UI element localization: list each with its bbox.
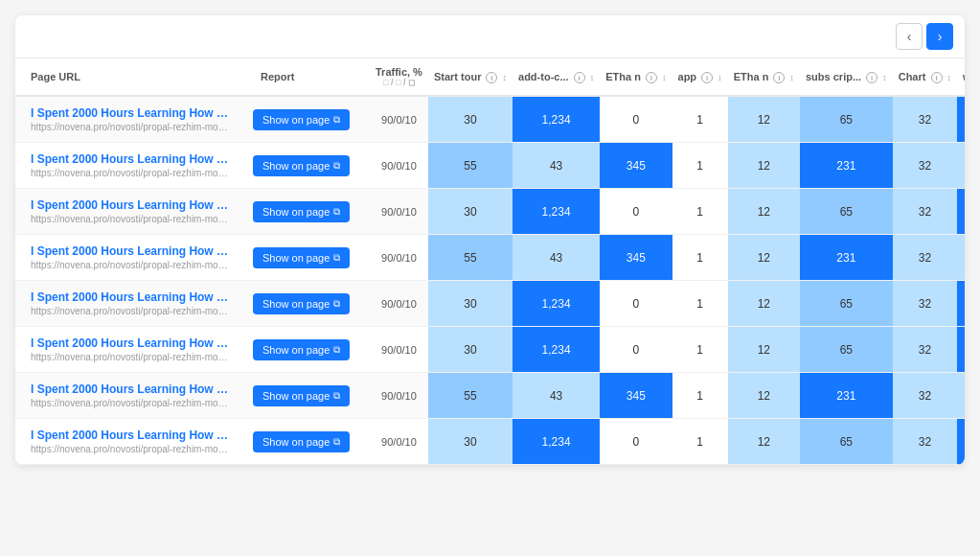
cell-data-5: 231 [800, 143, 893, 189]
cell-data-4: 12 [728, 189, 800, 235]
info-icon-add-to-c: i [574, 72, 585, 83]
url-title[interactable]: I Spent 2000 Hours Learning How To Lea..… [31, 290, 230, 304]
url-title[interactable]: I Spent 2000 Hours Learning How To Lea..… [31, 152, 230, 166]
cell-report: Show on page ⧉ [245, 373, 370, 419]
cell-data-0: 30 [428, 419, 513, 465]
col-header-subs-crip: subs crip... i ↕ [800, 58, 893, 96]
col-header-traffic: Traffic, % □ / □ / ◻ [370, 58, 428, 96]
show-on-page-button[interactable]: Show on page ⧉ [253, 109, 350, 130]
cell-data-2: 0 [600, 281, 672, 327]
next-button[interactable]: › [926, 23, 953, 50]
external-link-icon: ⧉ [333, 390, 340, 402]
show-on-page-button[interactable]: Show on page ⧉ [253, 431, 350, 452]
col-label-app: app [678, 71, 697, 82]
url-title[interactable]: I Spent 2000 Hours Learning How To Lea..… [31, 106, 230, 120]
cell-data-0: 55 [428, 235, 513, 281]
url-sub: https://novena.pro/novosti/propal-rezhim… [31, 306, 230, 316]
cell-data-7: 12 [957, 143, 965, 189]
cell-data-6: 32 [893, 419, 957, 465]
cell-data-3: 1 [672, 143, 728, 189]
cell-data-2: 0 [600, 327, 672, 373]
info-icon-start-tour: i [486, 72, 497, 83]
cell-data-4: 12 [728, 419, 800, 465]
cell-data-6: 32 [893, 373, 957, 419]
url-sub: https://novena.pro/novosti/propal-rezhim… [31, 214, 230, 224]
cell-data-3: 1 [672, 281, 728, 327]
nav-arrows: ‹ › [15, 15, 965, 58]
sort-icon-app[interactable]: ↕ [718, 73, 722, 82]
cell-data-2: 0 [600, 419, 672, 465]
show-on-page-button[interactable]: Show on page ⧉ [253, 247, 350, 268]
cell-data-7: 1,234 [957, 327, 965, 373]
cell-data-1: 43 [513, 373, 600, 419]
col-header-page-url: Page URL [15, 58, 245, 96]
cell-data-7: 1,234 [957, 419, 965, 465]
cell-data-1: 1,234 [513, 419, 600, 465]
cell-traffic: 90/0/10 [370, 96, 428, 143]
cell-data-2: 345 [600, 235, 672, 281]
data-table: Page URL Report Traffic, % □ / □ / ◻ Sta… [15, 58, 965, 465]
cell-data-0: 55 [428, 143, 513, 189]
col-header-chart: Chart i ↕ [893, 58, 957, 96]
cell-data-4: 12 [728, 373, 800, 419]
table-wrapper: Page URL Report Traffic, % □ / □ / ◻ Sta… [15, 58, 965, 465]
show-on-page-button[interactable]: Show on page ⧉ [253, 155, 350, 176]
show-on-page-button[interactable]: Show on page ⧉ [253, 293, 350, 314]
col-header-start-tour: Start tour i ↕ [428, 58, 513, 96]
cell-data-6: 32 [893, 327, 957, 373]
table-row: I Spent 2000 Hours Learning How To Lea..… [15, 281, 965, 327]
col-header-report: Report [245, 58, 370, 96]
cell-data-7: 1,234 [957, 96, 965, 143]
show-on-page-button[interactable]: Show on page ⧉ [253, 201, 350, 222]
show-on-page-button[interactable]: Show on page ⧉ [253, 385, 350, 406]
traffic-filter-icons: □ / □ / ◻ [376, 78, 422, 87]
show-on-page-button[interactable]: Show on page ⧉ [253, 339, 350, 360]
cell-data-6: 32 [893, 189, 957, 235]
col-label-page-url: Page URL [31, 71, 80, 82]
sort-icon-subs-crip[interactable]: ↕ [882, 73, 887, 82]
cell-data-4: 12 [728, 143, 800, 189]
cell-data-5: 65 [800, 327, 893, 373]
sort-icon-add-to-c[interactable]: ↕ [590, 73, 595, 82]
prev-button[interactable]: ‹ [896, 23, 923, 50]
cell-data-5: 231 [800, 235, 893, 281]
table-header-row: Page URL Report Traffic, % □ / □ / ◻ Sta… [15, 58, 965, 96]
sort-icon-ethan2[interactable]: ↕ [790, 73, 795, 82]
cell-data-0: 30 [428, 281, 513, 327]
external-link-icon: ⧉ [333, 298, 340, 310]
external-link-icon: ⧉ [333, 344, 340, 356]
cell-data-3: 1 [672, 189, 728, 235]
cell-data-4: 12 [728, 235, 800, 281]
cell-data-3: 1 [672, 327, 728, 373]
col-label-chart: Chart [899, 71, 926, 82]
cell-data-1: 1,234 [513, 189, 600, 235]
cell-page-url: I Spent 2000 Hours Learning How To Lea..… [15, 189, 245, 235]
url-sub: https://novena.pro/novosti/propal-rezhim… [31, 398, 230, 408]
cell-data-5: 65 [800, 281, 893, 327]
sort-icon-start-tour[interactable]: ↕ [503, 73, 508, 82]
cell-data-5: 231 [800, 373, 893, 419]
cell-data-4: 12 [728, 281, 800, 327]
url-title[interactable]: I Spent 2000 Hours Learning How To Lea..… [31, 244, 230, 258]
cell-report: Show on page ⧉ [245, 189, 370, 235]
cell-data-1: 43 [513, 143, 600, 189]
col-header-web: web i ↕ [957, 58, 965, 96]
cell-data-1: 43 [513, 235, 600, 281]
cell-data-5: 65 [800, 419, 893, 465]
cell-data-5: 65 [800, 96, 893, 143]
cell-data-1: 1,234 [513, 96, 600, 143]
cell-traffic: 90/0/10 [370, 327, 428, 373]
col-label-web: web [963, 71, 965, 82]
url-title[interactable]: I Spent 2000 Hours Learning How To Lea..… [31, 382, 230, 396]
sort-icon-ethan[interactable]: ↕ [662, 73, 667, 82]
url-title[interactable]: I Spent 2000 Hours Learning How To Lea..… [31, 336, 230, 350]
sort-icon-chart[interactable]: ↕ [947, 73, 952, 82]
main-container: ‹ › Page URL Report Traffic, % □ / □ / ◻ [15, 15, 965, 465]
cell-data-4: 12 [728, 96, 800, 143]
info-icon-ethan2: i [773, 72, 785, 83]
url-sub: https://novena.pro/novosti/propal-rezhim… [31, 168, 230, 178]
col-label-report: Report [261, 71, 294, 82]
url-title[interactable]: I Spent 2000 Hours Learning How To Lea..… [31, 429, 230, 442]
url-title[interactable]: I Spent 2000 Hours Learning How To Lea..… [31, 198, 230, 212]
cell-data-2: 0 [600, 96, 672, 143]
